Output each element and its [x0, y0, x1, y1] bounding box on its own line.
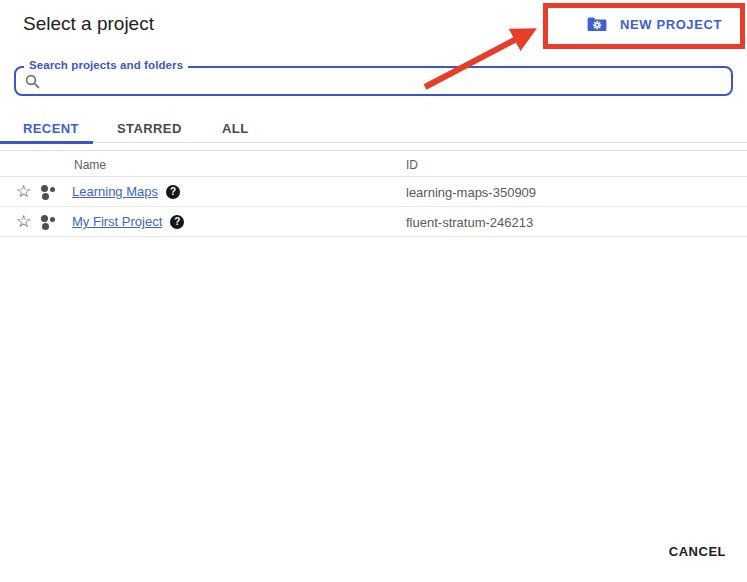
column-header-name: Name	[74, 158, 106, 172]
tab-starred[interactable]: STARRED	[117, 121, 182, 136]
cancel-button[interactable]: CANCEL	[669, 544, 726, 559]
search-icon	[25, 74, 40, 89]
new-project-button[interactable]: NEW PROJECT	[587, 16, 722, 33]
active-tab-underline	[0, 141, 93, 144]
table-row-my-first-project[interactable]: ☆ My First Project ? fluent-stratum-2462…	[0, 207, 747, 237]
project-icon	[40, 184, 56, 200]
tab-all[interactable]: ALL	[222, 121, 248, 136]
project-id: learning-maps-350909	[406, 185, 536, 200]
project-link[interactable]: Learning Maps	[72, 184, 158, 199]
star-icon[interactable]: ☆	[16, 183, 34, 200]
help-icon[interactable]: ?	[166, 185, 180, 199]
project-id: fluent-stratum-246213	[406, 215, 533, 230]
search-input[interactable]	[47, 70, 731, 92]
new-project-label: NEW PROJECT	[620, 17, 722, 32]
search-field[interactable]: Search projects and folders	[14, 66, 733, 96]
tab-bar: RECENT STARRED ALL	[0, 117, 747, 143]
star-icon[interactable]: ☆	[16, 213, 34, 230]
column-header-id: ID	[406, 158, 418, 172]
projects-table: Name ID ☆ Learning Maps ? learning-maps-…	[0, 150, 747, 237]
table-row-learning-maps[interactable]: ☆ Learning Maps ? learning-maps-350909	[0, 177, 747, 207]
project-icon	[40, 214, 56, 230]
new-project-folder-gear-icon	[587, 16, 607, 33]
search-field-label: Search projects and folders	[24, 59, 188, 71]
tab-recent[interactable]: RECENT	[23, 121, 79, 136]
page-title: Select a project	[23, 13, 154, 35]
help-icon[interactable]: ?	[170, 215, 184, 229]
table-header-row: Name ID	[0, 150, 747, 177]
project-link[interactable]: My First Project	[72, 214, 162, 229]
